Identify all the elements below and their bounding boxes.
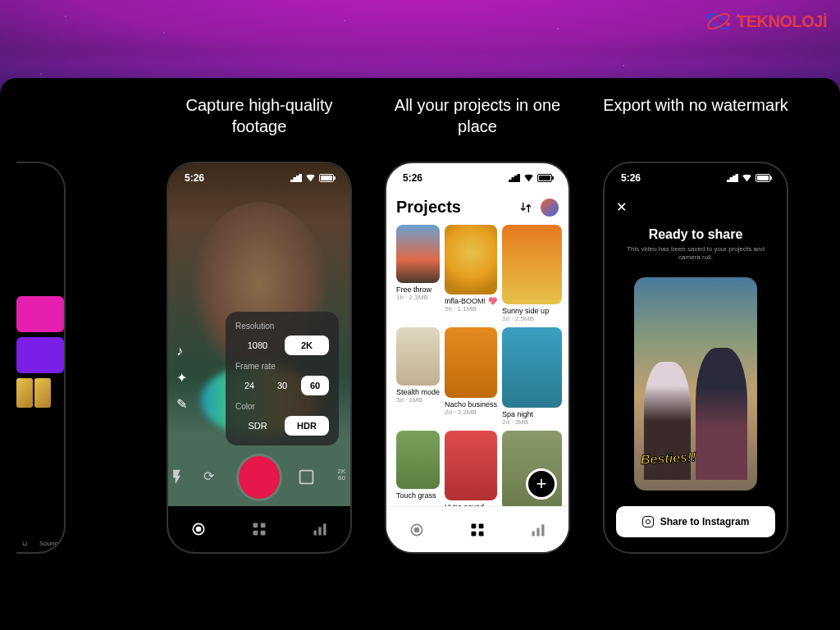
col-capture: Capture high-quality footage 5:26 ♪ ✦ ✎ …	[161, 94, 358, 554]
color-label: Color	[235, 402, 329, 411]
phone-rail: ⊔ Sounc Capture high-quality footage 5:2…	[0, 78, 840, 554]
tool-icon[interactable]: ✎	[176, 396, 191, 411]
svg-rect-8	[261, 523, 266, 528]
flash-icon[interactable]	[168, 468, 185, 486]
brand-logo: TEKNOLOJİ	[704, 7, 827, 36]
phone-editor: ⊔ Sounc	[16, 162, 66, 554]
battery-icon	[537, 174, 552, 182]
battery-icon	[319, 174, 334, 182]
project-thumb	[445, 225, 497, 294]
project-meta: 1h · 2.3MB	[396, 294, 440, 301]
tab-camera-icon[interactable]	[409, 522, 425, 538]
new-project-button[interactable]: +	[526, 468, 557, 500]
project-thumb	[502, 225, 562, 304]
project-card[interactable]: Touch grass	[396, 431, 440, 506]
svg-rect-11	[314, 531, 317, 536]
showcase-stage: ⊔ Sounc Capture high-quality footage 5:2…	[0, 78, 840, 630]
col-share: Export with no watermark 5:26 ✕ Ready to…	[597, 94, 794, 554]
record-button[interactable]	[239, 456, 280, 499]
brand-orbit-icon	[704, 7, 733, 36]
timeline-track-audio[interactable]	[16, 337, 64, 373]
video-preview[interactable]: Besties!!	[634, 277, 757, 491]
tab-bar	[386, 506, 568, 552]
effects-icon[interactable]: ✦	[176, 370, 191, 385]
avatar[interactable]	[541, 199, 559, 217]
tab-camera-icon[interactable]	[190, 521, 207, 537]
project-name: Spa night	[502, 410, 562, 418]
phone-projects: 5:26 Projects Free throw1h · 2.3MBInfla-…	[385, 162, 570, 554]
tab-bar	[168, 506, 350, 552]
editor-tab-u[interactable]: ⊔	[22, 540, 27, 547]
project-name: Stealth mode	[396, 388, 440, 396]
res-1080[interactable]: 1080	[235, 336, 280, 355]
svg-rect-4	[300, 471, 313, 484]
fps-24[interactable]: 24	[235, 376, 263, 395]
timeline-track-clip[interactable]	[16, 296, 64, 332]
tab-grid-icon[interactable]	[469, 522, 486, 538]
status-time: 5:26	[403, 172, 422, 184]
color-hdr[interactable]: HDR	[285, 416, 329, 436]
timeline-thumbs[interactable]	[16, 378, 64, 408]
status-bar: 5:26	[605, 163, 787, 193]
svg-rect-19	[479, 531, 484, 536]
svg-rect-7	[253, 523, 258, 528]
share-instagram-button[interactable]: Share to Instagram	[616, 506, 775, 537]
projects-title: Projects	[396, 198, 461, 217]
sticker-text: Besties!!	[641, 450, 696, 468]
phone-capture: 5:26 ♪ ✦ ✎ Resolution 1080 2K Frame rate…	[167, 162, 352, 554]
quality-badge[interactable]: 2K 60	[333, 468, 350, 486]
color-sdr[interactable]: SDR	[235, 416, 280, 436]
framerate-label: Frame rate	[235, 362, 329, 371]
project-card[interactable]: Free throw1h · 2.3MB	[396, 225, 440, 322]
fps-60[interactable]: 60	[301, 376, 329, 395]
project-card[interactable]: Spa night2d · 3MB	[502, 327, 562, 425]
project-thumb	[502, 327, 562, 407]
heading-capture: Capture high-quality footage	[161, 94, 358, 139]
project-thumb	[445, 431, 497, 500]
svg-point-6	[197, 527, 201, 532]
share-title: Ready to share	[616, 227, 775, 242]
camera-controls: ⟳ 2K 60	[168, 449, 350, 506]
close-icon[interactable]: ✕	[616, 199, 627, 215]
res-2k[interactable]: 2K	[285, 336, 329, 355]
svg-point-3	[726, 22, 730, 26]
project-name: Free throw	[396, 285, 440, 294]
project-card[interactable]: Sunny side up1d · 2.5MB	[502, 225, 562, 322]
editor-tab-sound[interactable]: Sounc	[39, 540, 58, 547]
project-meta: 5h · 1.1MB	[445, 305, 497, 313]
music-icon[interactable]: ♪	[176, 344, 191, 358]
camera-side-tools: ♪ ✦ ✎	[176, 344, 191, 411]
project-thumb	[445, 327, 497, 397]
status-time: 5:26	[185, 172, 204, 184]
svg-rect-20	[532, 531, 535, 536]
wifi-icon	[305, 175, 316, 182]
editor-bottom-tabs: ⊔ Sounc	[16, 535, 64, 552]
status-bar: 5:26	[386, 163, 568, 193]
tab-stats-icon[interactable]	[530, 522, 546, 538]
project-name: Sunny side up	[502, 307, 562, 315]
sort-icon[interactable]	[519, 201, 532, 214]
gallery-icon[interactable]	[298, 468, 315, 486]
flip-icon[interactable]: ⟳	[203, 468, 221, 486]
share-label: Share to Instagram	[660, 516, 750, 527]
resolution-label: Resolution	[235, 322, 329, 331]
tab-grid-icon[interactable]	[251, 521, 267, 537]
brand-text: TEKNOLOJİ	[737, 12, 827, 31]
project-card[interactable]: Nacho business2d · 3.2MB	[445, 327, 497, 425]
svg-rect-16	[472, 523, 477, 528]
project-thumb	[396, 225, 440, 283]
project-card[interactable]: Infla-BOOM! 💖5h · 1.1MB	[445, 225, 497, 322]
phone-share: 5:26 ✕ Ready to share This video has bee…	[603, 162, 788, 554]
signal-icon	[727, 174, 738, 182]
col-projects: All your projects in one place 5:26 Proj…	[379, 94, 576, 554]
col-editor: ⊔ Sounc	[0, 94, 139, 554]
project-thumb	[396, 327, 440, 386]
project-meta: 2d · 3.2MB	[445, 409, 497, 416]
fps-30[interactable]: 30	[268, 376, 296, 395]
project-name: Touch grass	[396, 491, 440, 500]
project-card[interactable]: Hype squad	[445, 431, 497, 506]
project-card[interactable]: Stealth mode3d · 1MB	[396, 327, 440, 425]
svg-rect-9	[253, 531, 258, 536]
project-name: Infla-BOOM! 💖	[445, 297, 497, 305]
tab-stats-icon[interactable]	[312, 521, 328, 537]
